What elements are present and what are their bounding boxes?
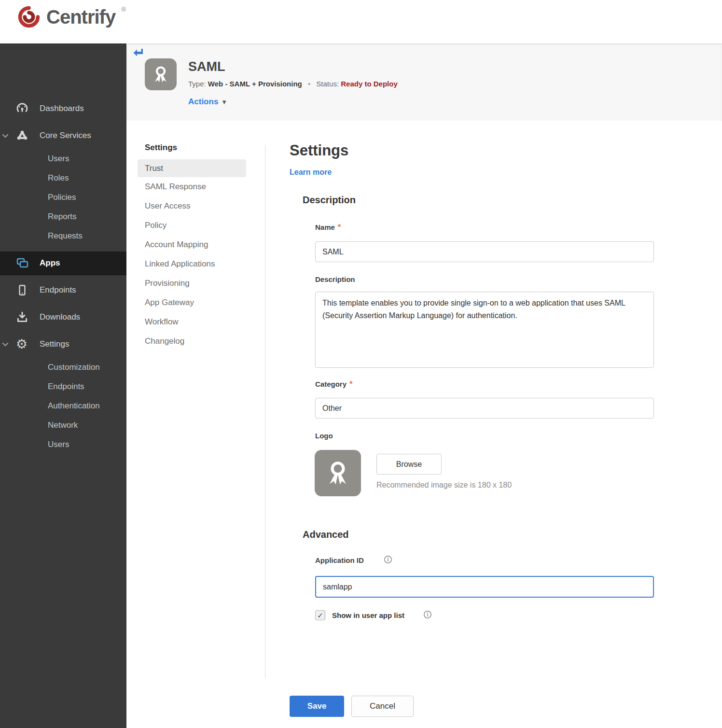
vertical-divider — [265, 145, 265, 678]
chevron-down-icon — [1, 132, 9, 140]
type-label: Type: — [188, 80, 206, 88]
sidebar: Dashboards Core Services Users Roles Pol… — [0, 43, 126, 728]
application-id-label: Application ID — [315, 556, 364, 564]
name-label: Name* — [315, 223, 341, 232]
sidebar-child-label: Roles — [48, 173, 69, 183]
description-section-title: Description — [303, 195, 356, 206]
app-logo — [145, 58, 177, 90]
sidebar-item-core-services[interactable]: Core Services — [0, 126, 126, 145]
info-icon[interactable] — [423, 610, 432, 619]
ribbon-icon — [323, 459, 352, 488]
browse-button[interactable]: Browse — [376, 454, 442, 475]
sidebar-item-users[interactable]: Users — [0, 149, 126, 168]
download-icon — [16, 311, 28, 323]
show-in-user-app-list-label: Show in user app list — [332, 611, 404, 619]
category-label-text: Category — [315, 380, 347, 388]
sidebar-item-downloads[interactable]: Downloads — [0, 308, 126, 327]
page-title: Settings — [290, 142, 348, 159]
subnav-item-provisioning[interactable]: Provisioning — [145, 274, 251, 293]
subnav-item-linked-applications[interactable]: Linked Applications — [145, 254, 251, 274]
sidebar-child-label: Reports — [48, 212, 77, 222]
sidebar-item-roles[interactable]: Roles — [0, 168, 126, 188]
trademark: ® — [121, 6, 126, 13]
sidebar-item-label: Dashboards — [40, 104, 84, 113]
core-services-icon — [16, 129, 28, 142]
cancel-button[interactable]: Cancel — [351, 696, 414, 717]
sidebar-item-policies[interactable]: Policies — [0, 188, 126, 207]
name-label-text: Name — [315, 223, 335, 231]
sidebar-child-label: Endpoints — [48, 382, 84, 392]
sidebar-item-label: Settings — [40, 339, 69, 349]
sidebar-child-label: Requests — [48, 231, 83, 241]
status-label: Status: — [316, 80, 339, 88]
sidebar-item-settings-users[interactable]: Users — [0, 435, 126, 454]
sidebar-child-label: Users — [48, 440, 69, 449]
sidebar-item-reports[interactable]: Reports — [0, 207, 126, 226]
subnav-item-workflow[interactable]: Workflow — [145, 312, 251, 332]
app-meta-row: Type: Web - SAML + Provisioning • Status… — [188, 80, 398, 88]
description-field[interactable]: This template enables you to provide sin… — [315, 292, 654, 368]
application-id-field[interactable] — [315, 576, 654, 598]
brand-logo[interactable]: Centrify ® — [16, 4, 125, 29]
subnav-item-user-access[interactable]: User Access — [145, 196, 251, 216]
logo-preview — [315, 450, 361, 496]
description-label: Description — [315, 275, 355, 283]
sidebar-item-label: Core Services — [40, 131, 91, 140]
subnav-item-account-mapping[interactable]: Account Mapping — [145, 235, 251, 254]
logo-label: Logo — [315, 432, 333, 440]
sidebar-item-endpoints[interactable]: Endpoints — [0, 280, 126, 300]
subnav-item-app-gateway[interactable]: App Gateway — [145, 293, 251, 312]
save-button[interactable]: Save — [290, 696, 344, 717]
sidebar-item-authentication[interactable]: Authentication — [0, 396, 126, 416]
sidebar-item-settings[interactable]: ⚙ Settings — [0, 335, 126, 354]
actions-dropdown[interactable]: Actions▼ — [188, 97, 227, 107]
sidebar-item-customization[interactable]: Customization — [0, 358, 126, 377]
page-root: Centrify ® Dashboards Core Services — [0, 0, 722, 728]
sidebar-child-label: Users — [48, 154, 69, 164]
sidebar-item-label: Endpoints — [40, 285, 76, 295]
sidebar-item-label: Downloads — [40, 312, 80, 322]
actions-label: Actions — [188, 97, 218, 106]
subnav-active-label: Trust — [145, 164, 163, 173]
learn-more-link[interactable]: Learn more — [290, 168, 332, 177]
ribbon-icon — [151, 64, 171, 84]
subnav-item-trust[interactable]: Trust — [138, 159, 246, 177]
sidebar-child-label: Policies — [48, 193, 76, 202]
back-arrow-icon[interactable] — [133, 48, 145, 57]
name-field[interactable] — [315, 241, 654, 262]
top-bar: Centrify ® — [0, 0, 722, 43]
sidebar-child-label: Authentication — [48, 401, 100, 411]
sidebar-item-settings-endpoints[interactable]: Endpoints — [0, 377, 126, 396]
check-icon: ✓ — [317, 611, 323, 620]
required-asterisk: * — [338, 223, 341, 232]
chevron-down-icon — [1, 340, 9, 348]
device-icon — [16, 284, 28, 296]
sidebar-item-label: Apps — [40, 258, 60, 268]
subnav-item-saml-response[interactable]: SAML Response — [145, 177, 251, 196]
subnav-title: Settings — [145, 143, 177, 153]
caret-down-icon: ▼ — [221, 98, 227, 106]
sidebar-item-requests[interactable]: Requests — [0, 226, 126, 246]
category-field[interactable] — [315, 398, 654, 419]
show-in-user-app-list-checkbox[interactable]: ✓ — [315, 610, 325, 620]
subnav-item-policy[interactable]: Policy — [145, 216, 251, 235]
brand-name: Centrify — [46, 6, 115, 28]
gauge-icon — [16, 102, 28, 115]
advanced-section-title: Advanced — [303, 529, 349, 540]
apps-icon — [16, 257, 29, 269]
sidebar-item-network[interactable]: Network — [0, 416, 126, 435]
centrify-swirl-icon — [16, 4, 42, 29]
sidebar-child-label: Network — [48, 420, 78, 430]
status-badge: Ready to Deploy — [341, 80, 398, 88]
sidebar-child-label: Customization — [48, 363, 100, 372]
gear-icon: ⚙ — [16, 338, 28, 350]
category-label: Category* — [315, 379, 353, 389]
info-icon[interactable] — [384, 555, 392, 564]
subnav-item-changelog[interactable]: Changelog — [145, 332, 251, 351]
sidebar-item-apps-active[interactable]: Apps — [0, 251, 126, 275]
dot-separator: • — [308, 80, 310, 88]
type-value: Web - SAML + Provisioning — [208, 80, 302, 88]
logo-size-hint: Recommended image size is 180 x 180 — [376, 481, 512, 490]
sidebar-item-dashboards[interactable]: Dashboards — [0, 99, 126, 118]
app-header-band: SAML Type: Web - SAML + Provisioning • S… — [126, 43, 722, 121]
